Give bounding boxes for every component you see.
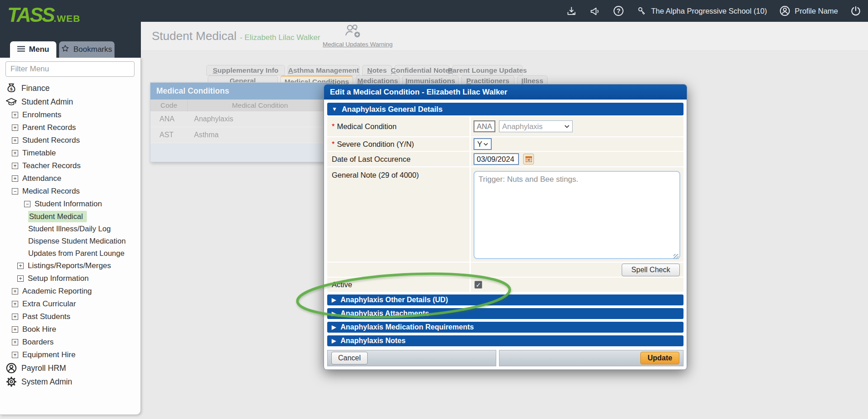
calendar-picker-button[interactable] bbox=[523, 154, 534, 165]
edit-medical-condition-dialog: Edit a Medical Condition - Elizabeth Lil… bbox=[324, 84, 687, 370]
sidebar-item-teacher-records[interactable]: +Teacher Records bbox=[0, 160, 141, 172]
sidebar-item-student-records[interactable]: +Student Records bbox=[0, 134, 141, 147]
sidebar-item-equipment-hire[interactable]: +Equipment Hire bbox=[0, 349, 141, 361]
expand-icon[interactable]: + bbox=[12, 137, 18, 144]
section-collapsed-icon: ▶ bbox=[332, 297, 336, 303]
medical-condition-code-input[interactable] bbox=[474, 120, 495, 132]
textarea-resize-grip[interactable] bbox=[673, 254, 678, 259]
tab-parent-lounge-updates[interactable]: Parent Lounge Updates bbox=[452, 65, 523, 75]
tass-logo[interactable]: TASS.WEB bbox=[7, 4, 80, 26]
general-note-textarea[interactable] bbox=[474, 171, 680, 259]
announcements-icon[interactable] bbox=[589, 5, 601, 17]
expand-icon[interactable]: + bbox=[12, 175, 18, 182]
collapse-icon[interactable]: − bbox=[24, 201, 30, 207]
expand-icon[interactable]: + bbox=[12, 150, 18, 156]
menu-tab[interactable]: Menu bbox=[10, 41, 56, 58]
sidebar-item-student-admin[interactable]: Student Admin bbox=[0, 95, 141, 109]
sidebar-item-timetable[interactable]: +Timetable bbox=[0, 147, 141, 160]
sidebar-item-label: Finance bbox=[21, 84, 50, 93]
navigation-tree: $FinanceStudent Admin+Enrolments+Parent … bbox=[0, 81, 141, 389]
active-label: Active bbox=[327, 278, 471, 292]
panel-rows: ANAAnaphylaxisASTAsthma bbox=[150, 111, 332, 143]
tab-confidential-notes[interactable]: Confidential Notes bbox=[394, 65, 449, 75]
download-icon[interactable] bbox=[566, 5, 577, 17]
required-asterisk: * bbox=[332, 122, 334, 131]
sidebar-item-attendance[interactable]: +Attendance bbox=[0, 172, 141, 185]
sidebar-item-academic-reporting[interactable]: +Academic Reporting bbox=[0, 285, 141, 298]
sidebar-item-label: Teacher Records bbox=[22, 161, 81, 170]
section-anaphylaxis-attachments[interactable]: ▶Anaphylaxis Attachments bbox=[327, 308, 683, 319]
section-anaphylaxis-notes[interactable]: ▶Anaphylaxis Notes bbox=[327, 335, 683, 346]
logout-icon[interactable] bbox=[850, 5, 862, 17]
date-last-occurence-input[interactable] bbox=[474, 153, 519, 165]
sidebar-item-extra-curricular[interactable]: +Extra Curricular bbox=[0, 298, 141, 310]
sidebar-item-payroll-hrm[interactable]: Payroll HRM bbox=[0, 361, 141, 375]
sidebar-item-label: Enrolments bbox=[22, 110, 61, 120]
sidebar-item-enrolments[interactable]: +Enrolments bbox=[0, 109, 141, 121]
bookmarks-tab[interactable]: Bookmarks bbox=[59, 41, 115, 58]
sidebar-item-student-illness-daily-log[interactable]: Student Illness/Daily Log bbox=[0, 223, 141, 235]
tab-notes[interactable]: Notes bbox=[362, 65, 392, 75]
section-collapsed-icon: ▶ bbox=[332, 310, 336, 317]
hamburger-icon bbox=[17, 45, 25, 54]
tab-supplementary-info[interactable]: Supplementary Info bbox=[206, 65, 285, 75]
sidebar-item-boarders[interactable]: +Boarders bbox=[0, 336, 141, 349]
sidebar-item-parent-records[interactable]: +Parent Records bbox=[0, 121, 141, 134]
sidebar-item-finance[interactable]: $Finance bbox=[0, 81, 141, 95]
section-anaphylaxis-other-details-ud-[interactable]: ▶Anaphylaxis Other Details (UD) bbox=[327, 294, 683, 305]
sidebar-item-student-information[interactable]: −Student Information bbox=[0, 198, 141, 210]
tab-row-1: Supplementary InfoAsthma ManagementNotes… bbox=[206, 65, 523, 75]
sidebar-item-label: Medical Records bbox=[22, 187, 80, 196]
expand-icon[interactable]: + bbox=[12, 326, 18, 333]
condition-row-ana[interactable]: ANAAnaphylaxis bbox=[150, 111, 332, 127]
sidebar-item-dispense-student-medication[interactable]: Dispense Student Medication bbox=[0, 235, 141, 247]
expand-icon[interactable]: + bbox=[12, 301, 18, 307]
sidebar-item-setup-information[interactable]: +Setup Information bbox=[0, 272, 141, 285]
filter-menu-input[interactable] bbox=[5, 61, 135, 77]
tab-asthma-management[interactable]: Asthma Management bbox=[288, 65, 359, 75]
expand-icon[interactable]: + bbox=[12, 163, 18, 169]
sidebar-item-past-students[interactable]: +Past Students bbox=[0, 310, 141, 323]
help-icon[interactable]: ? bbox=[613, 5, 624, 17]
expand-icon[interactable]: + bbox=[12, 352, 18, 358]
expand-icon[interactable]: + bbox=[17, 275, 24, 282]
section-expanded-icon: ▼ bbox=[332, 106, 337, 112]
sidebar-item-label: Boarders bbox=[22, 338, 54, 347]
collapsed-sections: ▶Anaphylaxis Other Details (UD)▶Anaphyla… bbox=[327, 294, 683, 346]
severe-condition-select[interactable]: Y bbox=[474, 138, 492, 150]
sidebar-item-medical-records[interactable]: −Medical Records bbox=[0, 185, 141, 198]
condition-name: Asthma bbox=[188, 127, 332, 143]
update-button[interactable]: Update bbox=[640, 352, 679, 364]
sidebar-item-book-hire[interactable]: +Book Hire bbox=[0, 323, 141, 336]
sidebar-item-label: Listings/Reports/Merges bbox=[28, 261, 111, 270]
calendar-icon bbox=[525, 156, 532, 163]
spell-check-button[interactable]: Spell Check bbox=[622, 264, 680, 276]
expand-icon[interactable]: + bbox=[12, 125, 18, 131]
expand-icon[interactable]: + bbox=[17, 263, 24, 269]
active-checkbox[interactable]: ✓ bbox=[474, 281, 482, 289]
medical-condition-select[interactable]: Anaphylaxis bbox=[499, 120, 573, 132]
expand-icon[interactable]: + bbox=[12, 314, 18, 320]
section-anaphylaxis-medication-requirements[interactable]: ▶Anaphylaxis Medication Requirements bbox=[327, 322, 683, 333]
profile-menu[interactable]: Profile Name bbox=[779, 5, 838, 17]
condition-row-ast[interactable]: ASTAsthma bbox=[150, 127, 332, 143]
expand-icon[interactable]: + bbox=[12, 288, 18, 294]
collapse-icon[interactable]: − bbox=[12, 188, 18, 195]
school-switcher[interactable]: The Alpha Progressive School (10) bbox=[636, 5, 767, 17]
sidebar-item-listings-reports-merges[interactable]: +Listings/Reports/Merges bbox=[0, 259, 141, 272]
cancel-button[interactable]: Cancel bbox=[331, 352, 368, 364]
sidebar-item-label: Student Medical bbox=[28, 211, 87, 222]
svg-text:$: $ bbox=[10, 86, 13, 91]
school-name: The Alpha Progressive School (10) bbox=[651, 7, 767, 15]
expand-icon[interactable]: + bbox=[12, 112, 18, 118]
sidebar-item-system-admin[interactable]: System Admin bbox=[0, 375, 141, 389]
panel-column-headers: Code Medical Condition bbox=[150, 100, 332, 111]
expand-icon[interactable]: + bbox=[12, 339, 18, 345]
panel-footer bbox=[150, 143, 332, 162]
svg-text:?: ? bbox=[616, 7, 620, 15]
sidebar-item-student-medical[interactable]: Student Medical bbox=[0, 210, 141, 223]
sidebar-item-label: Past Students bbox=[22, 312, 70, 321]
section-general-details[interactable]: ▼ Anaphylaxis General Details bbox=[327, 103, 683, 115]
general-note-label: General Note (29 of 4000) bbox=[327, 167, 471, 262]
sidebar-item-updates-from-parent-lounge[interactable]: Updates from Parent Lounge bbox=[0, 247, 141, 259]
